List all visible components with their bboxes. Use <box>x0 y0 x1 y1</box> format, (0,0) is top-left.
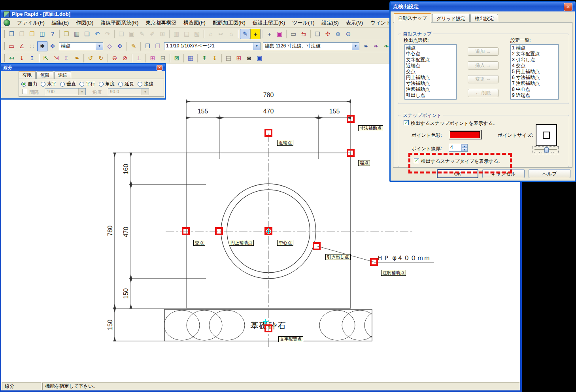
list-item[interactable]: 中心点 <box>406 51 455 57</box>
toolbar-grip[interactable] <box>3 30 5 38</box>
list-item[interactable]: 端点 <box>406 45 455 51</box>
radio-option-6[interactable]: 接線 <box>138 81 153 87</box>
menu-item-1[interactable]: 編集(E) <box>48 19 72 27</box>
list-item[interactable]: 9 近端点 <box>512 92 557 98</box>
import-file-icon[interactable]: ❒ <box>61 29 72 39</box>
view-book-2-icon[interactable]: ❧ <box>371 41 381 51</box>
modify-icon[interactable]: ✎ <box>137 29 147 39</box>
list-item[interactable]: 6 寸法補助点 <box>512 75 557 81</box>
dim-move-icon[interactable]: ⊟ <box>158 53 168 63</box>
radio-option-2[interactable]: 垂直 <box>60 81 76 87</box>
dim-edit-a-icon[interactable]: ⇳ <box>61 53 72 63</box>
radio-3[interactable] <box>79 82 84 87</box>
layers-icon[interactable]: ▤ <box>181 29 192 39</box>
menu-item-0[interactable]: ファイル(F) <box>13 19 48 27</box>
radio-option-0[interactable]: 自由 <box>21 81 37 87</box>
tools-icon[interactable]: ✑ <box>216 29 226 39</box>
paste-drawing-icon[interactable]: ❐ <box>17 29 27 39</box>
dim-point-icon[interactable]: ⊥ <box>134 53 144 63</box>
show-snap-type-checkbox[interactable]: ✓ <box>414 158 419 163</box>
add-point-icon[interactable]: ＋ <box>264 29 274 39</box>
list-item[interactable]: 4 交点 <box>512 63 557 69</box>
chevron-down-icon[interactable]: ▼ <box>96 43 103 50</box>
close-icon[interactable]: ✕ <box>157 65 162 71</box>
tab-2[interactable]: 連続 <box>54 72 71 79</box>
transfer-button-2[interactable]: 変更 ⇔ <box>468 75 499 83</box>
help-icon[interactable]: ? <box>47 29 58 39</box>
radio-0[interactable] <box>21 82 26 87</box>
list-item[interactable]: 2 文字配置点 <box>512 51 557 57</box>
interval-checkbox[interactable]: ✓ <box>22 89 27 94</box>
dim-vertical-icon[interactable]: ↧ <box>17 53 27 63</box>
house-icon[interactable]: ⌂ <box>206 29 216 39</box>
pan-icon[interactable]: ✥ <box>47 41 58 51</box>
list-item[interactable]: 8 中心点 <box>512 87 557 92</box>
transfer-button-3[interactable]: ← 削除 <box>468 89 499 97</box>
list-item[interactable]: 交点 <box>406 69 455 75</box>
radio-1[interactable] <box>41 82 45 87</box>
open-icon[interactable]: ❒ <box>27 29 37 39</box>
globe-icon[interactable] <box>4 19 10 26</box>
toolbar-grip[interactable] <box>3 54 5 62</box>
dim-multi-icon[interactable]: ⊞ <box>147 53 158 63</box>
link-icon[interactable]: ❑ <box>116 29 127 39</box>
new-view-icon[interactable]: ▭ <box>288 29 298 39</box>
chevron-down-icon[interactable]: ▼ <box>352 43 359 50</box>
radio-option-5[interactable]: 延長 <box>118 81 134 87</box>
menu-item-8[interactable]: ツール(T) <box>289 19 318 27</box>
hatch-icon[interactable]: ◙ <box>244 53 254 63</box>
list-item[interactable]: 7 注釈補助点 <box>512 81 557 87</box>
table-frame-icon[interactable]: ▦ <box>185 53 196 63</box>
chevron-down-icon[interactable]: ▼ <box>253 43 260 50</box>
dim-style-2-icon[interactable]: ⇟ <box>210 53 220 63</box>
radio-option-4[interactable]: 角度 <box>99 81 115 87</box>
help-button[interactable]: ヘルプ <box>529 169 570 178</box>
segment-dialog-titlebar[interactable]: 線分 ✕ <box>1 64 165 71</box>
dim-style-1-icon[interactable]: ⇞ <box>199 53 210 63</box>
dim-edit-v-icon[interactable]: ⇲ <box>51 53 61 63</box>
close-icon[interactable]: ✕ <box>564 3 572 11</box>
list-item[interactable]: 引出し点 <box>406 92 455 98</box>
copy-icon[interactable]: ❏ <box>82 29 92 39</box>
edit-sheet-icon[interactable]: ▣ <box>127 29 137 39</box>
list-item[interactable]: 寸法補助点 <box>406 81 455 87</box>
transfer-button-0[interactable]: 追加 → <box>468 47 499 56</box>
radio-option-1[interactable]: 水平 <box>41 81 57 87</box>
list-item[interactable]: 5 円上補助点 <box>512 69 557 75</box>
plant-icon[interactable]: ⌂ <box>226 29 236 39</box>
list-item[interactable]: 1 端点 <box>512 45 557 51</box>
copy-drawing-icon[interactable]: ❐ <box>6 29 17 39</box>
menu-item-6[interactable]: 配筋加工図(R) <box>209 19 249 27</box>
page-view-icon[interactable]: ❏ <box>312 29 323 39</box>
dim-radius-icon[interactable]: ↺ <box>85 53 96 63</box>
dim-leader-icon[interactable]: ❧ <box>72 53 82 63</box>
tab-0[interactable]: 自動スナップ <box>394 13 431 23</box>
polyline-select-icon[interactable]: ∠ <box>17 41 27 51</box>
radio-2[interactable] <box>60 82 65 87</box>
edit-target-combobox[interactable]: 編集 1126 寸法線、寸法値 ▼ <box>263 42 359 50</box>
menu-item-7[interactable]: 仮設土留工(K) <box>249 19 289 27</box>
undo-icon[interactable]: ↶ <box>92 29 102 39</box>
point-size-slider[interactable] <box>533 146 559 154</box>
dim-aligned-icon[interactable]: ↥ <box>27 53 37 63</box>
transfer-button-1[interactable]: 挿入 → <box>468 61 499 70</box>
erase-select-icon[interactable]: ◇ <box>104 41 115 51</box>
list-item[interactable]: 円上補助点 <box>406 75 455 81</box>
menu-item-5[interactable]: 構造図(F) <box>180 19 209 27</box>
columns-icon[interactable]: ▧ <box>192 29 202 39</box>
layout-icon[interactable]: ▥ <box>171 29 181 39</box>
spin-down-icon[interactable]: ▼ <box>461 148 467 151</box>
layer-list-icon[interactable]: ❒ <box>142 41 153 51</box>
view-book-1-icon[interactable]: ❧ <box>361 41 371 51</box>
dim-horizontal-icon[interactable]: ↤ <box>6 53 17 63</box>
point-dialog-titlebar[interactable]: 点検出設定 ✕ <box>391 2 575 11</box>
edit-mode-icon[interactable]: ✎ <box>240 29 250 39</box>
save-icon[interactable]: ◫ <box>37 29 47 39</box>
radio-option-3[interactable]: 平行 <box>79 81 95 87</box>
region-icon[interactable]: ▣ <box>254 53 264 63</box>
zoom-in-icon[interactable]: ⊕ <box>333 29 343 39</box>
list-item[interactable]: 近端点 <box>406 63 455 69</box>
add-mode-icon[interactable]: ＋ <box>250 29 261 39</box>
snap-settings-icon[interactable]: ✱ <box>37 41 47 51</box>
radio-6[interactable] <box>138 82 142 87</box>
